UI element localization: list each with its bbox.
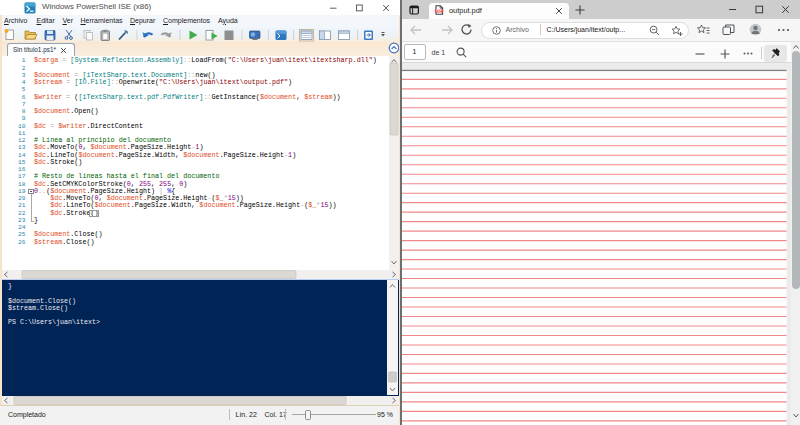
svg-text:PDF: PDF xyxy=(436,8,442,12)
